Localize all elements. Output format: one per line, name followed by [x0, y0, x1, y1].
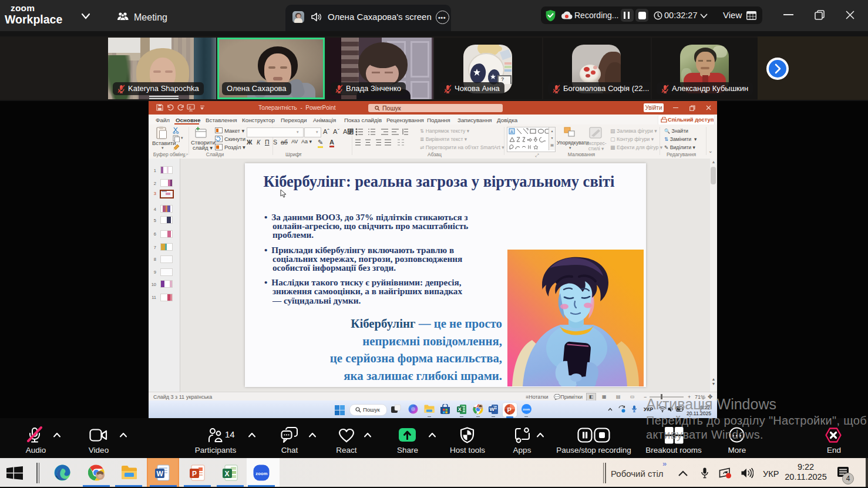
- svg-text:P: P: [507, 406, 512, 413]
- svg-text:P: P: [192, 470, 197, 478]
- svg-text:zoom: zoom: [523, 408, 530, 411]
- svg-text:W: W: [490, 406, 495, 412]
- svg-text:X: X: [458, 406, 462, 412]
- svg-text:А: А: [510, 130, 513, 134]
- svg-text:zoom: zoom: [255, 471, 268, 476]
- svg-text:X: X: [225, 470, 230, 478]
- svg-text:W: W: [157, 470, 164, 478]
